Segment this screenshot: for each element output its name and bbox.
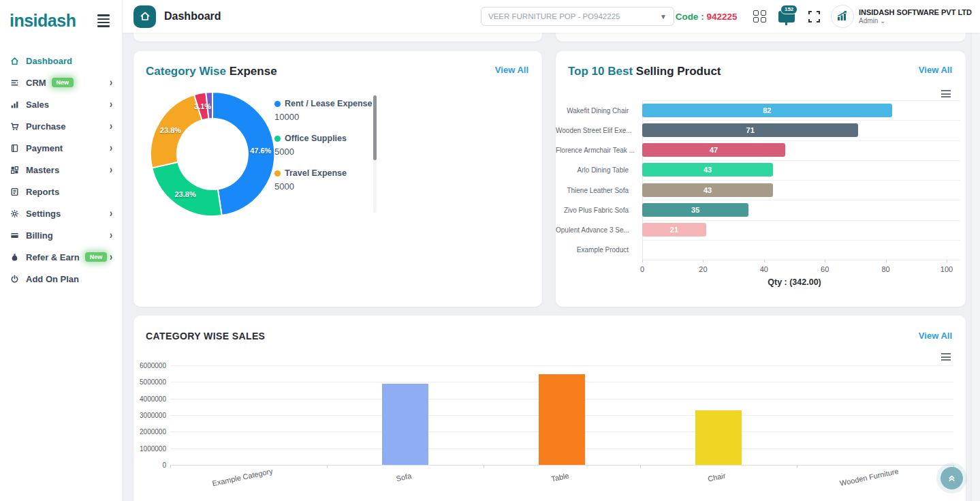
- sidebar-item-masters[interactable]: Masters›: [10, 159, 115, 181]
- x-tick-mark: [642, 260, 643, 262]
- legend-value: 5000: [274, 147, 370, 157]
- bar[interactable]: 43: [642, 183, 773, 197]
- sidebar-item-sales[interactable]: Sales›: [10, 93, 115, 115]
- donut-slice-label: 23.8%: [174, 190, 195, 198]
- bar-category-label: Wooden Street Elif Exe...: [556, 127, 635, 134]
- x-category-label: Table: [550, 471, 569, 483]
- card-partial-right: [556, 33, 966, 42]
- legend-dot: [274, 136, 281, 142]
- gridline: [170, 365, 953, 366]
- bar[interactable]: 43: [642, 163, 773, 177]
- row-separator: [642, 140, 960, 141]
- gear-icon: [10, 209, 20, 218]
- sidebar-item-crm[interactable]: CRMNew›: [10, 72, 115, 93]
- chevron-right-icon: ›: [110, 207, 115, 219]
- sidebar-item-label: CRM: [26, 78, 46, 88]
- legend-scrollbar-thumb[interactable]: [373, 95, 377, 160]
- x-category-label: Example Category: [211, 467, 273, 488]
- bar[interactable]: [539, 374, 585, 465]
- expense-donut-chart[interactable]: 47.6%23.8%23.8%3.1%: [149, 91, 276, 217]
- chevron-down-icon: ▼: [660, 13, 667, 20]
- company-select[interactable]: VEER FURNITURE POP - PO942225 ▼: [481, 7, 674, 26]
- sidebar-toggle-icon[interactable]: [96, 13, 111, 29]
- x-axis-line: [170, 465, 953, 466]
- x-tick-label: 100: [941, 265, 953, 273]
- bar-value-label: 82: [763, 106, 771, 115]
- chart-menu-icon[interactable]: [940, 89, 952, 99]
- chevron-right-icon: ›: [110, 76, 115, 89]
- row-separator: [642, 220, 960, 221]
- page-title: Dashboard: [164, 10, 221, 22]
- x-tick-label: 20: [699, 265, 707, 273]
- sidebar-item-label: Billing: [26, 230, 53, 241]
- x-tick-mark: [327, 465, 328, 468]
- bar-value-label: 43: [704, 166, 712, 174]
- x-tick-mark: [825, 260, 825, 262]
- fullscreen-icon[interactable]: [808, 11, 820, 22]
- category-sales-chart: 6000000500000040000003000000200000010000…: [133, 316, 966, 501]
- sidebar-item-refer-earn[interactable]: Refer & EarnNew›: [10, 246, 115, 268]
- app-logo[interactable]: insidash: [10, 11, 76, 31]
- sidebar-item-purchase[interactable]: Purchase›: [10, 115, 115, 137]
- bar[interactable]: 71: [642, 123, 858, 137]
- org-role: Admin ⌄: [859, 17, 972, 25]
- donut-slice-1[interactable]: [152, 162, 221, 216]
- home-icon: [10, 56, 20, 65]
- x-tick-mark: [886, 260, 887, 262]
- org-name: INSIDASH SOFTWARE PVT LTD: [859, 8, 972, 18]
- account-menu[interactable]: INSIDASH SOFTWARE PVT LTD Admin ⌄: [831, 5, 972, 28]
- sidebar-item-label: Masters: [26, 165, 59, 175]
- home-button[interactable]: [133, 5, 156, 28]
- bar[interactable]: 82: [642, 104, 892, 117]
- sidebar-item-settings[interactable]: Settings›: [10, 202, 115, 224]
- legend-scrollbar: [373, 95, 377, 213]
- sidebar-item-label: Purchase: [26, 121, 66, 132]
- sidebar-item-reports[interactable]: Reports: [10, 181, 115, 202]
- legend-label: Office Supplies: [285, 134, 347, 143]
- sidebar-item-label: Payment: [26, 143, 63, 153]
- x-category-label: Sofa: [395, 472, 412, 483]
- donut-slice-label: 3.1%: [194, 102, 211, 110]
- new-badge: New: [52, 78, 74, 87]
- sidebar-item-payment[interactable]: Payment›: [10, 137, 115, 159]
- x-tick-label: 80: [881, 265, 889, 273]
- avatar: [831, 5, 854, 28]
- sidebar-item-billing[interactable]: Billing›: [10, 224, 115, 246]
- bar-category-label: Zivo Plus Fabric Sofa: [556, 207, 635, 214]
- top-products-view-all-link[interactable]: View All: [919, 65, 952, 75]
- x-tick-mark: [484, 465, 484, 468]
- expense-card-header: Category Wise Expense View All: [133, 51, 542, 78]
- bar[interactable]: 35: [642, 203, 748, 217]
- support-code-value: 942225: [706, 12, 737, 22]
- top-products-card-title: Top 10 Best Selling Product: [568, 65, 721, 78]
- sidebar-item-dashboard[interactable]: Dashboard: [10, 50, 115, 72]
- apps-grid-icon[interactable]: [753, 10, 766, 23]
- notification-badge: 152: [780, 5, 797, 14]
- bar[interactable]: 47: [642, 143, 785, 157]
- top-products-chart: Wakefit Dining Chair82Wooden Street Elif…: [556, 100, 966, 260]
- bar[interactable]: 21: [642, 223, 706, 237]
- bar[interactable]: [382, 384, 428, 465]
- bar-value-label: 43: [704, 186, 712, 194]
- legend-item[interactable]: Travel Expense5000: [274, 168, 370, 192]
- chevron-right-icon: ›: [110, 164, 115, 176]
- card-partial-left: [133, 33, 542, 42]
- page-scrollbar[interactable]: [971, 33, 980, 501]
- donut-slice-label: 23.8%: [160, 126, 181, 134]
- sidebar-item-label: Add On Plan: [26, 274, 79, 284]
- scroll-to-top-button[interactable]: [941, 467, 963, 489]
- announcement-board-icon[interactable]: 152: [778, 11, 795, 22]
- chevron-down-icon: ⌄: [880, 17, 885, 25]
- sidebar-item-label: Reports: [26, 187, 59, 197]
- sidebar-item-add-on-plan[interactable]: Add On Plan: [10, 268, 115, 290]
- legend-dot: [274, 101, 281, 107]
- bar[interactable]: [695, 410, 742, 465]
- bar-category-label: Florence Armchair Teak ...: [556, 147, 635, 154]
- y-tick-label: 1000000: [133, 445, 166, 453]
- bar-value-label: 21: [670, 226, 678, 234]
- legend-item[interactable]: Rent / Lease Expense10000: [274, 99, 370, 122]
- x-axis-title: Qty : (342.00): [768, 277, 821, 287]
- company-chart-icon: [836, 10, 849, 23]
- expense-view-all-link[interactable]: View All: [495, 65, 528, 75]
- legend-item[interactable]: Office Supplies5000: [274, 134, 370, 157]
